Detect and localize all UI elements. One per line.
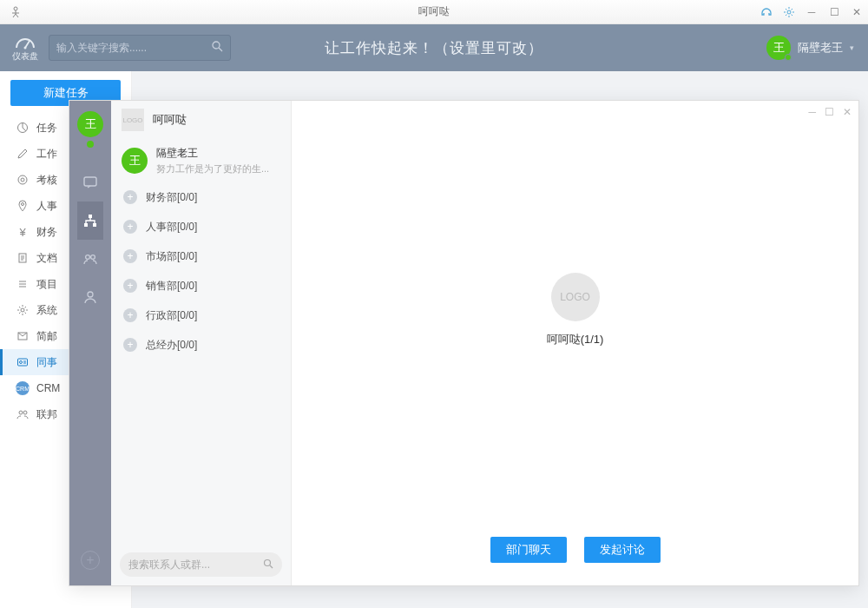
chat-search-input[interactable] [128, 558, 263, 571]
chat-user-avatar-small: 王 [122, 148, 148, 174]
department-item[interactable]: +人事部[0/0] [111, 212, 291, 241]
chevron-down-icon: ▾ [850, 43, 854, 52]
nav-item-label: 财务 [36, 225, 57, 240]
svg-point-9 [21, 308, 24, 312]
department-label: 总经办[0/0] [146, 338, 197, 353]
svg-rect-16 [89, 215, 92, 218]
department-item[interactable]: +财务部[0/0] [111, 182, 291, 212]
chat-minimize-button[interactable]: ─ [808, 106, 816, 118]
chat-maximize-button[interactable]: ☐ [825, 106, 834, 118]
yen-icon: ¥ [16, 225, 30, 239]
expand-icon: + [123, 249, 137, 263]
svg-rect-17 [84, 223, 88, 227]
org-member-count: 呵呵哒(1/1) [547, 332, 604, 347]
banner-text: 让工作快起来！（设置里可改） [325, 38, 543, 58]
chat-current-user[interactable]: 王 隔壁老王 努力工作是为了更好的生... [111, 139, 291, 182]
crm-icon: CRM [16, 381, 30, 395]
headset-icon[interactable] [759, 4, 774, 20]
chat-search[interactable] [120, 552, 282, 577]
chat-tab-messages[interactable] [77, 163, 103, 202]
svg-point-13 [19, 411, 23, 414]
user-menu[interactable]: 王 隔壁老王 ▾ [766, 36, 854, 60]
close-button[interactable]: ✕ [849, 4, 865, 20]
nav-item-label: 项目 [36, 277, 57, 292]
svg-rect-15 [84, 177, 96, 186]
pin-icon [16, 199, 30, 213]
expand-icon: + [123, 220, 137, 234]
org-logo-icon: LOGO [122, 109, 144, 131]
nav-item-label: 人事 [36, 199, 57, 214]
department-item[interactable]: +总经办[0/0] [111, 330, 291, 360]
nav-item-label: 系统 [36, 303, 57, 318]
svg-point-14 [23, 411, 27, 414]
pie-icon [16, 121, 30, 135]
chat-user-name: 隔壁老王 [156, 146, 269, 161]
expand-icon: + [123, 190, 137, 204]
title-bar: 呵呵哒 ─ ☐ ✕ [0, 0, 868, 24]
search-input[interactable] [56, 42, 212, 54]
svg-point-12 [20, 361, 23, 364]
dashboard-button[interactable]: 仪表盘 [12, 34, 38, 63]
chat-window: 王 + LOGO 呵呵哒 王 隔壁老王 努力工作是为了更好的生... +财务部[… [69, 100, 859, 586]
chat-list-panel: LOGO 呵呵哒 王 隔壁老王 努力工作是为了更好的生... +财务部[0/0]… [111, 101, 292, 585]
department-label: 销售部[0/0] [146, 279, 197, 294]
svg-rect-18 [93, 223, 96, 227]
nav-item-label: 工作 [36, 147, 57, 162]
global-search[interactable] [49, 35, 231, 61]
svg-point-2 [24, 46, 27, 49]
department-label: 市场部[0/0] [146, 249, 197, 264]
nav-item-label: 联邦 [36, 407, 57, 422]
nav-item-label: 同事 [36, 355, 57, 370]
department-item[interactable]: +市场部[0/0] [111, 241, 291, 271]
top-bar: 仪表盘 让工作快起来！（设置里可改） 王 隔壁老王 ▾ [0, 24, 868, 71]
chat-sidebar: 王 + [69, 101, 111, 585]
user-avatar: 王 [766, 36, 791, 60]
dept-chat-button[interactable]: 部门聊天 [490, 537, 567, 563]
minimize-button[interactable]: ─ [804, 4, 819, 20]
svg-point-0 [14, 7, 17, 10]
dashboard-label: 仪表盘 [12, 50, 38, 63]
window-title: 呵呵哒 [418, 4, 450, 19]
expand-icon: + [123, 338, 137, 352]
maximize-button[interactable]: ☐ [826, 4, 842, 20]
expand-icon: + [123, 279, 137, 293]
svg-point-5 [18, 175, 27, 184]
department-item[interactable]: +销售部[0/0] [111, 271, 291, 301]
presence-dot [785, 54, 792, 61]
presence-indicator [87, 141, 94, 148]
search-icon[interactable] [212, 40, 223, 56]
org-title: 呵呵哒 [153, 112, 187, 128]
nav-item-label: 考核 [36, 173, 57, 188]
nav-item-label: 任务 [36, 121, 57, 135]
department-label: 财务部[0/0] [146, 190, 197, 205]
app-icon [5, 2, 26, 23]
chat-tab-contacts[interactable] [77, 278, 103, 316]
gear-icon [16, 303, 30, 317]
start-discussion-button[interactable]: 发起讨论 [584, 537, 661, 563]
chat-user-avatar[interactable]: 王 [77, 111, 103, 137]
department-item[interactable]: +行政部[0/0] [111, 301, 291, 330]
target-icon [16, 173, 30, 187]
department-label: 行政部[0/0] [146, 308, 197, 323]
nav-item-label: 简邮 [36, 329, 57, 344]
settings-icon[interactable] [781, 4, 797, 20]
doc-icon [16, 251, 30, 265]
list-icon [16, 277, 30, 291]
nav-item-label: CRM [36, 382, 60, 394]
svg-point-21 [88, 292, 93, 297]
expand-icon: + [123, 308, 137, 322]
chat-close-button[interactable]: ✕ [843, 106, 852, 118]
chat-tab-org[interactable] [77, 202, 103, 240]
chat-tab-groups[interactable] [77, 240, 103, 278]
svg-point-1 [787, 10, 791, 14]
pencil-icon [16, 147, 30, 161]
svg-point-20 [91, 255, 95, 260]
svg-point-7 [22, 203, 24, 206]
search-icon[interactable] [263, 557, 273, 572]
svg-point-6 [21, 178, 24, 182]
chat-org-header[interactable]: LOGO 呵呵哒 [111, 101, 291, 139]
mail-icon [16, 329, 30, 343]
user-name: 隔壁老王 [798, 40, 843, 56]
chat-add-button[interactable]: + [81, 551, 100, 570]
people-icon [16, 407, 30, 421]
